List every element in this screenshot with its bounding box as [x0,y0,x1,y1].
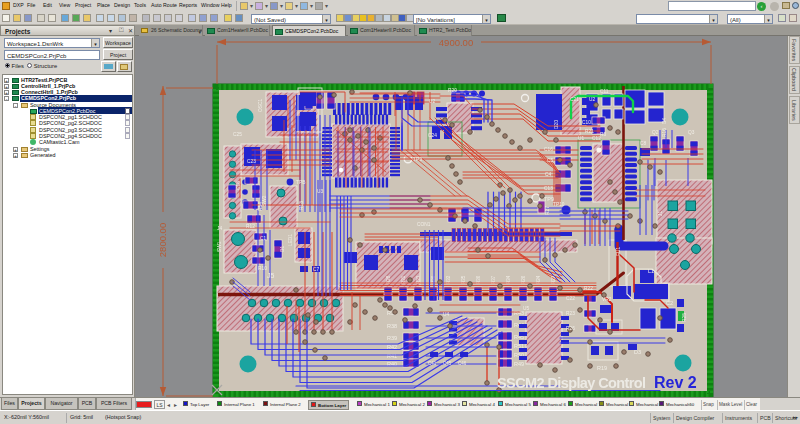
svg-text:CON1: CON1 [417,222,431,227]
svg-text:VR2: VR2 [602,297,612,302]
svg-text:U1: U1 [578,136,584,141]
svg-text:R19: R19 [597,365,607,371]
svg-text:R20: R20 [448,88,457,93]
svg-text:R16: R16 [662,128,667,137]
svg-text:C45: C45 [443,361,452,366]
svg-text:FU1: FU1 [616,247,621,256]
svg-text:C18: C18 [236,181,241,190]
svg-text:L1: L1 [648,268,654,274]
svg-text:OSC1: OSC1 [258,99,263,112]
svg-text:R38: R38 [387,323,397,329]
svg-text:R5: R5 [600,132,606,137]
svg-text:C21: C21 [570,97,579,102]
svg-text:J1: J1 [658,211,663,216]
svg-text:U5: U5 [523,306,529,311]
svg-text:C11: C11 [600,89,609,94]
svg-text:R12: R12 [246,224,255,229]
svg-text:C8: C8 [640,141,646,146]
svg-text:U2: U2 [429,99,435,104]
svg-text:C16: C16 [544,147,553,152]
svg-text:Q3: Q3 [688,130,695,135]
svg-text:4900.00: 4900.00 [439,37,473,48]
svg-text:R10: R10 [258,266,267,271]
svg-text:C1: C1 [260,236,266,241]
svg-text:U3: U3 [317,189,323,194]
svg-text:R22: R22 [584,286,593,291]
svg-text:C41: C41 [428,361,437,366]
svg-text:C23: C23 [247,159,256,164]
svg-text:R49: R49 [514,361,524,367]
svg-text:C24: C24 [428,133,437,138]
svg-text:R26: R26 [566,326,575,331]
svg-text:R23: R23 [566,311,575,316]
svg-text:Q2: Q2 [652,130,659,135]
svg-text:TPB: TPB [296,180,305,185]
svg-text:D1: D1 [280,246,285,252]
svg-text:U4: U4 [443,312,449,317]
svg-text:R21: R21 [585,129,594,134]
svg-text:SSCM2 Display Control: SSCM2 Display Control [497,375,646,391]
svg-text:U2: U2 [589,97,595,102]
svg-text:R41: R41 [387,353,397,359]
svg-text:D20: D20 [554,120,559,129]
svg-text:2800.00: 2800.00 [157,223,168,257]
svg-text:C7: C7 [313,267,319,272]
svg-text:R27: R27 [545,206,550,215]
svg-text:R13: R13 [299,201,304,210]
svg-text:SW1: SW1 [217,241,222,252]
svg-text:C13: C13 [544,186,553,191]
svg-text:C10: C10 [582,120,591,125]
svg-text:C25: C25 [233,132,242,137]
svg-text:R39: R39 [387,335,397,341]
svg-text:C4: C4 [545,172,551,177]
svg-text:D4: D4 [662,118,667,124]
svg-text:R54: R54 [258,202,263,211]
svg-text:Rev 2: Rev 2 [654,374,697,391]
svg-text:C22: C22 [566,296,575,301]
svg-text:R25: R25 [682,313,687,322]
svg-text:LED1: LED1 [288,234,293,246]
svg-text:TP9: TP9 [413,156,422,162]
svg-text:TP10: TP10 [553,202,565,207]
svg-text:C5: C5 [547,158,553,163]
svg-text:D3: D3 [634,349,641,355]
svg-text:C2: C2 [666,300,673,306]
svg-text:J5: J5 [267,272,275,279]
svg-text:J4: J4 [217,226,222,231]
svg-text:C46: C46 [458,361,467,366]
